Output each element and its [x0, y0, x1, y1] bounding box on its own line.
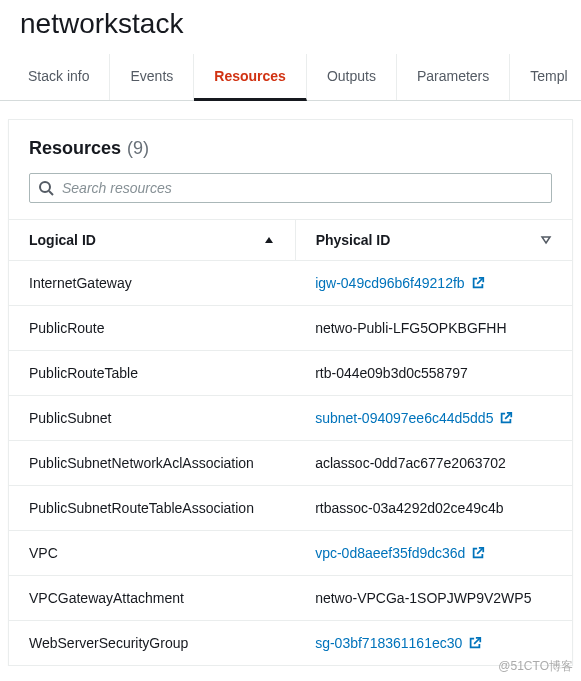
- watermark: @51CTO博客: [498, 658, 573, 666]
- physical-id-cell: rtbassoc-03a4292d02ce49c4b: [295, 486, 572, 531]
- resources-panel: Resources (9) Logical ID: [8, 119, 573, 666]
- physical-id-cell: rtb-044e09b3d0c558797: [295, 351, 572, 396]
- panel-count: (9): [127, 138, 149, 159]
- logical-id-cell: PublicSubnetRouteTableAssociation: [9, 486, 295, 531]
- tab-resources[interactable]: Resources: [194, 54, 307, 101]
- logical-id-cell: PublicRouteTable: [9, 351, 295, 396]
- table-row: PublicRoutenetwo-Publi-LFG5OPKBGFHH: [9, 306, 572, 351]
- logical-id-cell: InternetGateway: [9, 261, 295, 306]
- tab-parameters[interactable]: Parameters: [397, 54, 510, 100]
- table-row: VPCGatewayAttachmentnetwo-VPCGa-1SOPJWP9…: [9, 576, 572, 621]
- sort-asc-icon: [263, 234, 275, 246]
- external-link-icon: [468, 636, 482, 650]
- physical-id-cell: subnet-094097ee6c44d5dd5: [295, 396, 572, 441]
- table-row: PublicSubnetRouteTableAssociationrtbasso…: [9, 486, 572, 531]
- logical-id-cell: VPC: [9, 531, 295, 576]
- resources-table: Logical ID Physical ID Interne: [9, 219, 572, 666]
- column-logical-label: Logical ID: [29, 232, 96, 248]
- logical-id-cell: VPCGatewayAttachment: [9, 576, 295, 621]
- table-row: WebServerSecurityGroupsg-03bf718361161ec…: [9, 621, 572, 666]
- tab-template[interactable]: Templ: [510, 54, 581, 100]
- table-row: VPCvpc-0d8aeef35fd9dc36d: [9, 531, 572, 576]
- external-link-icon: [471, 546, 485, 560]
- column-physical-id[interactable]: Physical ID: [295, 220, 572, 261]
- table-row: PublicSubnetNetworkAclAssociationaclasso…: [9, 441, 572, 486]
- table-row: InternetGatewayigw-049cd96b6f49212fb: [9, 261, 572, 306]
- physical-id-link[interactable]: subnet-094097ee6c44d5dd5: [315, 410, 493, 426]
- tab-info[interactable]: Stack info: [8, 54, 110, 100]
- panel-title: Resources: [29, 138, 121, 159]
- svg-line-1: [49, 191, 53, 195]
- table-row: PublicSubnetsubnet-094097ee6c44d5dd5: [9, 396, 572, 441]
- logical-id-cell: PublicSubnet: [9, 396, 295, 441]
- page-title: networkstack: [0, 0, 581, 54]
- tab-outputs[interactable]: Outputs: [307, 54, 397, 100]
- physical-id-cell: netwo-VPCGa-1SOPJWP9V2WP5: [295, 576, 572, 621]
- sort-none-icon: [540, 234, 552, 246]
- logical-id-cell: WebServerSecurityGroup: [9, 621, 295, 666]
- external-link-icon: [471, 276, 485, 290]
- logical-id-cell: PublicSubnetNetworkAclAssociation: [9, 441, 295, 486]
- search-input[interactable]: [62, 180, 543, 196]
- physical-id-link[interactable]: sg-03bf718361161ec30: [315, 635, 462, 651]
- external-link-icon: [499, 411, 513, 425]
- tab-events[interactable]: Events: [110, 54, 194, 100]
- tabs-bar: Stack infoEventsResourcesOutputsParamete…: [0, 54, 581, 101]
- search-box[interactable]: [29, 173, 552, 203]
- search-icon: [38, 180, 54, 196]
- physical-id-cell: netwo-Publi-LFG5OPKBGFHH: [295, 306, 572, 351]
- physical-id-cell: aclassoc-0dd7ac677e2063702: [295, 441, 572, 486]
- panel-header: Resources (9): [9, 120, 572, 173]
- svg-point-0: [40, 182, 50, 192]
- column-logical-id[interactable]: Logical ID: [9, 220, 295, 261]
- physical-id-cell: vpc-0d8aeef35fd9dc36d: [295, 531, 572, 576]
- physical-id-link[interactable]: vpc-0d8aeef35fd9dc36d: [315, 545, 465, 561]
- column-physical-label: Physical ID: [316, 232, 391, 248]
- search-wrap: [9, 173, 572, 219]
- table-row: PublicRouteTablertb-044e09b3d0c558797: [9, 351, 572, 396]
- physical-id-link[interactable]: igw-049cd96b6f49212fb: [315, 275, 464, 291]
- logical-id-cell: PublicRoute: [9, 306, 295, 351]
- physical-id-cell: igw-049cd96b6f49212fb: [295, 261, 572, 306]
